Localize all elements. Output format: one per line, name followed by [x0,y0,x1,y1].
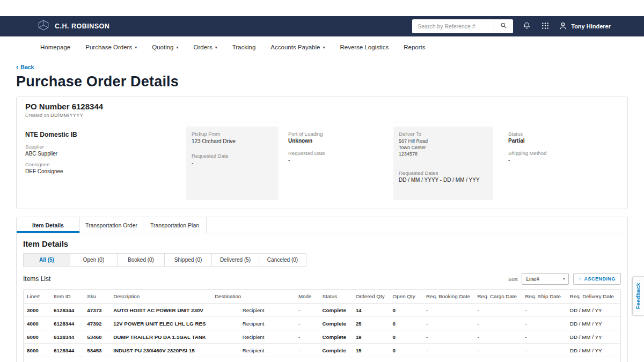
table-cell: 19 [353,330,390,344]
column-header-sku: Sku [84,290,110,304]
tab-item-details[interactable]: Item Details [17,217,80,233]
table-cell: - [474,357,522,362]
nav-item-purchase-orders[interactable]: Purchase Orders ▾ [85,44,137,50]
column-header-req-delivery-date: Req. Delivery Date [567,290,620,304]
apps-button[interactable] [540,21,550,32]
summary-status-column: Status Partial Shipping Method - [501,127,619,200]
apps-grid-icon [541,22,549,31]
filter-canceled[interactable]: Canceled (0) [259,253,306,267]
table-cell: 0 [390,357,423,362]
search-input[interactable] [412,19,494,33]
requested-dates-label: Requested Dates [399,170,488,176]
tab-transportation-order[interactable]: Transportation Order [80,217,143,233]
sort-field-select[interactable]: Line# ▾ [522,273,569,285]
table-cell: 18 [353,357,390,362]
user-icon [559,21,567,31]
table-cell: - [295,304,319,317]
table-cell: 0 [390,304,423,317]
table-row: 8000 6128344 53453 INDUST PU 230/460V 23… [24,344,620,357]
table-cell: DD / MM / YY [567,317,620,330]
nav-item-reverse-logistics[interactable]: Reverse Logistics [340,44,389,50]
table-cell: 3000 [24,304,50,317]
filter-all[interactable]: All (5) [23,253,70,267]
tab-transportation-plan[interactable]: Transportation Plan [143,217,207,233]
status-label: Status [508,131,619,137]
table-cell: DD / MM / YY [567,357,620,362]
user-menu[interactable]: Tony Hinderer [559,21,611,31]
po-summary-card: PO Number 6128344 Created on DD/MM/YYYY … [16,97,628,209]
brand[interactable]: C.H. ROBINSON [38,19,109,33]
app-header: C.H. ROBINSON Tony Hinderer [0,16,644,36]
user-name: Tony Hinderer [571,23,611,29]
nav-item-reports[interactable]: Reports [404,44,425,50]
created-on-value: DD/MM/YYYY [50,113,83,118]
supplier-group: Supplier ABC Supplier [25,144,179,157]
order-type: NTE Domestic IB [25,131,179,138]
table-cell: DD / MM / YY [567,304,620,317]
pickup-from-group: Pickup From 123 Orchard Drive [192,131,273,145]
sort-direction-button[interactable]: ↑ ASCENDING [573,273,621,285]
nav-item-accounts-payable[interactable]: Accounts Payable ▾ [270,44,325,50]
requested-date-value: - [288,157,386,163]
pickup-requested-date-group: Requested Date - [192,153,273,166]
arrow-up-icon: ↑ [579,276,581,282]
table-cell: - [522,317,566,330]
tab-label: Item Details [32,222,64,228]
item-details-panel: Item Details All (5) Open (0) Booked (0)… [17,239,627,362]
table-cell: - [423,344,474,357]
table-cell: Complete [319,317,352,330]
back-link[interactable]: ‹ Back [16,63,34,70]
shipping-method-label: Shipping Method [508,150,619,156]
table-cell: 53460 [84,330,110,344]
column-header-destination: Destination [211,290,295,304]
nav-item-label: Homepage [40,44,70,50]
table-cell: - [474,317,522,330]
table-cell: - [423,317,474,330]
nav-item-homepage[interactable]: Homepage [40,44,70,50]
table-row: 4000 6128344 47392 12V POWER UNIT ELEC L… [24,317,620,330]
table-row: 6000 6128344 53460 DUMP TRAILER PU DA 1.… [24,330,620,344]
consignee-label: Consignee [25,161,179,167]
column-header-req-booking-date: Req. Booking Date [423,290,474,304]
table-cell: - [522,357,566,362]
filter-shipped[interactable]: Shipped (0) [165,253,212,267]
items-list-title: Items List [23,275,50,283]
column-header-open-qty: Open Qty [390,290,423,304]
sort-direction-label: ASCENDING [584,276,616,282]
column-header-req-cargo-date: Req. Cargo Date [474,290,522,304]
back-label: Back [20,64,34,70]
filter-booked[interactable]: Booked (0) [118,253,165,267]
deliver-to-line1: 567 Hill Road [399,138,488,144]
filter-delivered[interactable]: Delivered (5) [212,253,259,267]
header-actions: Tony Hinderer [412,19,611,33]
table-cell: - [522,344,566,357]
requested-dates-group: Requested Dates DD / MM / YYYY - DD / MM… [399,170,488,183]
pickup-from-value: 123 Orchard Drive [192,138,273,145]
table-cell: - [522,330,566,344]
table-cell: 14 [353,304,390,317]
supplier-label: Supplier [25,144,179,150]
details-tab-row: Item Details Transportation Order Transp… [17,217,627,233]
summary-deliver-column: Deliver To 567 Hill Road Town Center 123… [393,127,493,200]
table-cell: - [474,330,522,344]
table-cell: 4000 [24,317,50,330]
feedback-tab[interactable]: Feedback [632,276,644,315]
deliver-to-line2: Town Center [399,144,488,151]
po-summary-header: PO Number 6128344 Created on DD/MM/YYYY [17,97,627,122]
notifications-button[interactable] [522,20,532,32]
nav-item-orders[interactable]: Orders ▾ [194,44,217,50]
table-cell: 6128344 [50,317,84,330]
nav-item-tracking[interactable]: Tracking [232,44,256,50]
search-button[interactable] [494,19,513,33]
sort-field-value: Line# [526,276,539,282]
table-cell: Complete [319,304,352,317]
filter-open[interactable]: Open (0) [70,253,118,267]
items-table: Line# Item ID Sku Description Destinatio… [23,289,621,362]
requested-dates-value: DD / MM / YYYY - DD / MM / YYY [399,177,488,183]
table-cell: 6128344 [50,357,84,362]
table-cell: 47392 [84,317,110,330]
table-cell: Recipient [211,344,295,357]
page-content: ‹ Back Purchase Order Details PO Number … [0,58,644,362]
nav-item-quoting[interactable]: Quoting ▾ [152,44,178,50]
column-header-description: Description [110,290,211,304]
